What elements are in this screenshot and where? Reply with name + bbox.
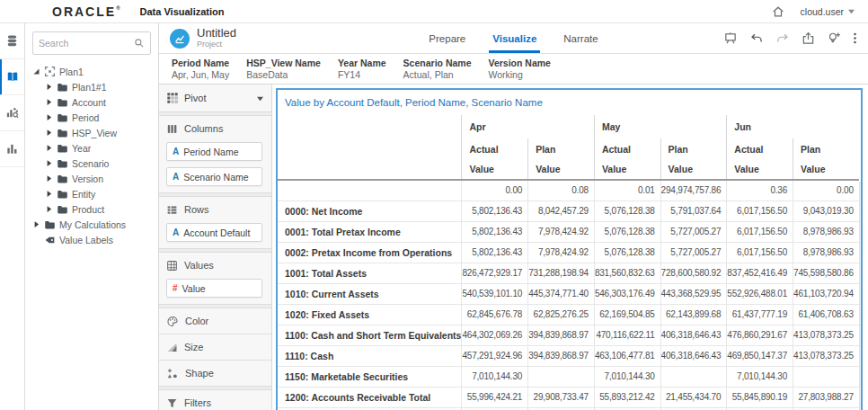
data-cell[interactable]: 470,116,622.11: [594, 325, 660, 345]
row-label-1020-fixed-assets[interactable]: 1020: Fixed Assets: [278, 304, 462, 325]
filter-chip-hsp-view-name[interactable]: HSP_View NameBaseData: [246, 58, 321, 81]
tree-item-year[interactable]: Year: [25, 140, 158, 156]
rail-item-data-sources[interactable]: [0, 23, 24, 59]
data-cell[interactable]: 5,791,037.64: [660, 201, 727, 221]
filter-chip-year-name[interactable]: Year NameFY14: [338, 58, 386, 81]
row-label-1150-marketable-securities[interactable]: 1150: Marketable Securities: [278, 366, 462, 387]
user-menu[interactable]: cloud.user: [801, 6, 855, 17]
data-cell[interactable]: 61,406,708.63: [793, 304, 859, 325]
row-label-1001-total-assets[interactable]: 1001: Total Assets: [278, 263, 462, 283]
tree-item-entity[interactable]: Entity: [25, 186, 158, 201]
month-header-jun[interactable]: Jun: [727, 115, 859, 138]
menu-button[interactable]: [853, 31, 857, 45]
data-cell[interactable]: 469,850,147.37: [727, 345, 793, 366]
data-cell[interactable]: 826,472,929.17: [462, 263, 528, 283]
scroll-thumb[interactable]: [861, 195, 863, 247]
redo-button[interactable]: [775, 32, 790, 45]
search-box[interactable]: [32, 31, 151, 55]
data-cell[interactable]: 62,169,504.85: [594, 304, 660, 325]
data-cell[interactable]: 55,893,212.42: [594, 387, 660, 407]
vertical-scrollbar[interactable]: ▲: [859, 182, 863, 410]
tab-narrate[interactable]: Narrate: [563, 23, 598, 53]
measure-header[interactable]: Value: [594, 159, 660, 180]
data-cell[interactable]: 7,010,144.30: [462, 366, 528, 387]
row-label-0000-net-income[interactable]: 0000: Net Income: [278, 201, 462, 221]
row-label-1200-accounts-receivable-total[interactable]: 1200: Accounts Receivable Total: [278, 387, 462, 407]
data-cell[interactable]: 837,452,416.49: [727, 263, 793, 283]
data-cell[interactable]: 5,076,128.38: [594, 221, 660, 242]
measure-header[interactable]: Value: [462, 159, 528, 180]
data-cell[interactable]: 731,288,198.94: [528, 263, 595, 283]
data-cell[interactable]: 6,017,156.50: [727, 221, 793, 242]
data-cell[interactable]: 728,600,580.92: [660, 263, 727, 283]
data-cell[interactable]: 552,926,488.01: [727, 283, 793, 304]
row-label-0002-pretax-income-from-operations[interactable]: 0002: Pretax Income from Operations: [278, 242, 462, 263]
data-cell[interactable]: 6,017,156.50: [727, 242, 793, 263]
tab-prepare[interactable]: Prepare: [429, 23, 465, 53]
row-label-1010-current-assets[interactable]: 1010: Current Assets: [278, 283, 462, 304]
data-cell[interactable]: 62,845,676.78: [462, 304, 528, 325]
tab-visualize[interactable]: Visualize: [492, 23, 536, 53]
viz-type-selector[interactable]: Pivot: [159, 85, 271, 111]
data-cell[interactable]: 406,318,646.43: [660, 325, 727, 345]
data-cell[interactable]: 27,803,988.27: [793, 387, 859, 407]
data-cell[interactable]: 413,078,373.25: [793, 325, 859, 345]
tree-item-version[interactable]: Version: [25, 171, 158, 186]
home-icon[interactable]: [772, 5, 784, 18]
data-cell[interactable]: 5,076,128.38: [594, 242, 660, 263]
pill-scenario-name[interactable]: AScenario Name: [166, 167, 262, 186]
data-cell[interactable]: 0.00: [793, 180, 859, 201]
scenario-header-may-plan[interactable]: Plan: [660, 138, 727, 159]
data-cell[interactable]: 457,291,924.96: [462, 345, 528, 366]
month-header-may[interactable]: May: [594, 115, 726, 138]
rail-item-visualizations[interactable]: [0, 131, 24, 167]
data-cell[interactable]: 463,106,477.81: [594, 345, 660, 366]
data-cell[interactable]: 0.01: [594, 180, 660, 201]
data-cell[interactable]: 8,978,986.93: [793, 221, 859, 242]
data-cell[interactable]: 5,802,136.43: [462, 221, 528, 242]
data-cell[interactable]: 7,978,424.92: [528, 221, 595, 242]
scenario-header-apr-plan[interactable]: Plan: [528, 138, 595, 159]
data-cell[interactable]: 5,727,005.27: [660, 221, 727, 242]
data-cell[interactable]: 6,017,156.50: [727, 201, 793, 221]
data-cell[interactable]: 7,010,144.30: [727, 366, 793, 387]
data-cell[interactable]: 62,825,276.25: [528, 304, 595, 325]
data-cell[interactable]: 55,845,890.19: [727, 387, 793, 407]
pill-account-default[interactable]: AAccount Default: [166, 223, 262, 242]
data-cell[interactable]: 8,042,457.29: [528, 201, 595, 221]
pivot-visualization[interactable]: Value by Account Default, Period Name, S…: [276, 88, 863, 410]
row-label-1100-cash-and-short-term-equivalents[interactable]: 1100: Cash and Short Term Equivalents: [278, 325, 462, 345]
data-cell[interactable]: 831,560,832.63: [594, 263, 660, 283]
tree-item-value-labels[interactable]: Value Labels: [25, 232, 158, 247]
row-label-1110-cash[interactable]: 1110: Cash: [278, 345, 462, 366]
data-cell[interactable]: 413,078,373.25: [793, 345, 859, 366]
rail-item-data-flows[interactable]: [0, 95, 24, 131]
data-cell[interactable]: 445,374,771.40: [528, 283, 595, 304]
data-cell[interactable]: 21,455,434.70: [660, 387, 727, 407]
filter-chip-scenario-name[interactable]: Scenario NameActual, Plan: [403, 58, 472, 81]
measure-header[interactable]: Value: [660, 159, 727, 180]
measure-header[interactable]: Value: [528, 159, 595, 180]
data-cell[interactable]: 62,143,899.68: [660, 304, 727, 325]
data-cell[interactable]: 5,727,005.27: [660, 242, 727, 263]
tree-item-hsp-view[interactable]: HSP_View: [25, 125, 158, 140]
data-cell[interactable]: 8,978,986.93: [793, 242, 859, 263]
scenario-header-jun-plan[interactable]: Plan: [793, 138, 859, 159]
row-label-blank[interactable]: [278, 180, 462, 201]
data-cell[interactable]: 5,802,136.43: [462, 242, 528, 263]
share-button[interactable]: [802, 31, 815, 45]
data-cell[interactable]: 29,908,733.47: [528, 387, 595, 407]
scenario-header-apr-actual[interactable]: Actual: [462, 138, 528, 159]
data-cell[interactable]: 464,302,069.26: [462, 325, 528, 345]
data-cell[interactable]: [793, 366, 859, 387]
data-cell[interactable]: 7,010,144.30: [594, 366, 660, 387]
data-cell[interactable]: 294,974,757.86: [660, 180, 727, 201]
data-cell[interactable]: 443,368,529.95: [660, 283, 727, 304]
data-cell[interactable]: 55,996,424.21: [462, 387, 528, 407]
rail-item-catalog[interactable]: [0, 59, 24, 95]
data-cell[interactable]: 406,318,646.43: [660, 345, 727, 366]
data-cell[interactable]: 476,860,291.67: [727, 325, 793, 345]
data-cell[interactable]: 540,539,101.10: [462, 283, 528, 304]
tree-item-product[interactable]: Product: [25, 201, 158, 217]
data-cell[interactable]: 461,103,720.94: [793, 283, 859, 304]
